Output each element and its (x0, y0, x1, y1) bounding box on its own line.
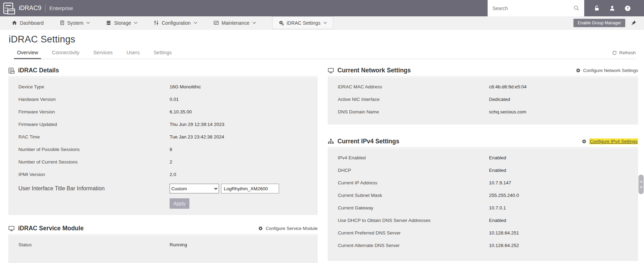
refresh-icon (612, 50, 617, 55)
brand-separator (45, 5, 46, 12)
system-icon (60, 20, 65, 25)
title-bar-mode-select[interactable]: Custom (170, 184, 219, 193)
section-title: iDRAC Service Module (18, 225, 84, 232)
row-label: IPv4 Enabled (338, 155, 489, 161)
tab-settings[interactable]: Settings (150, 50, 175, 59)
row-label: Use DHCP to Obtain DNS Server Addresses (338, 217, 489, 224)
chevron-down-icon (134, 22, 138, 24)
row-label: Firmware Version (18, 109, 170, 115)
row-value: Thu Jun 29 12:39:14 2023 (170, 121, 318, 128)
monitor-icon (8, 225, 15, 232)
row-label: Current Gateway (338, 205, 489, 211)
title-bar-custom-input[interactable] (221, 184, 279, 193)
rack-server-icon (8, 67, 15, 74)
refresh-button[interactable]: Refresh (612, 50, 636, 59)
apply-button[interactable]: Apply (170, 198, 189, 209)
section-title: Current Network Settings (337, 67, 411, 74)
tab-connectivity[interactable]: Connectivity (49, 50, 82, 59)
row-label: Number of Possible Sessions (18, 146, 170, 153)
row-value: 10.128.64.252 (489, 242, 638, 249)
section-title: Current IPv4 Settings (337, 138, 399, 145)
network-rows: iDRAC MAC Address c8:4b:d6:9d:e5:04 Acti… (328, 81, 638, 118)
scroll-widget (638, 175, 644, 194)
tab-services[interactable]: Services (90, 50, 116, 59)
nav-item-dashboard[interactable]: Dashboard (12, 16, 44, 29)
row-label: DHCP (338, 167, 489, 174)
row-value: 2 (170, 159, 318, 165)
refresh-label: Refresh (619, 50, 636, 55)
table-row: Status Running (8, 239, 318, 251)
link-label-highlighted: Configure IPv4 Settings (589, 138, 638, 144)
configure-ipv4-settings-link[interactable]: Configure IPv4 Settings (581, 138, 638, 144)
nav-item-system[interactable]: System (60, 16, 90, 29)
table-row: IPv4 Enabled Enabled (328, 152, 638, 164)
row-label: Firmware Updated (18, 121, 170, 128)
nav-label: Configuration (162, 20, 190, 26)
maintenance-icon (213, 20, 219, 25)
gear-icon (576, 68, 581, 73)
table-row: iDRAC MAC Address c8:4b:d6:9d:e5:04 (328, 81, 638, 93)
section-idrac-details: iDRAC Details Device Type 16G Monolithic… (8, 66, 318, 215)
row-value: 255.255.240.0 (489, 192, 638, 199)
configure-service-module-link[interactable]: Configure Service Module (258, 226, 318, 231)
nav-label: System (67, 20, 84, 26)
row-label: Device Type (18, 84, 170, 90)
table-row: Hardware Version 0.01 (8, 93, 318, 106)
table-row: Active NIC Interface Dedicated (328, 93, 638, 106)
table-row: Firmware Version 6.10.35.00 (8, 106, 318, 118)
masthead-icons: ? (584, 5, 644, 11)
unlock-icon[interactable] (594, 5, 600, 11)
row-value: Tue Jan 23 23:42:38 2024 (170, 134, 318, 140)
scroll-up-icon[interactable] (639, 181, 643, 183)
chevron-down-icon (252, 22, 256, 24)
scroll-down-icon[interactable] (639, 186, 643, 188)
home-icon (12, 20, 17, 25)
chevron-down-icon (86, 22, 90, 24)
configure-network-settings-link[interactable]: Configure Network Settings (576, 68, 638, 73)
tab-overview[interactable]: Overview (14, 50, 41, 59)
enable-group-manager-button[interactable]: Enable Group Manager (573, 19, 625, 27)
table-row: Number of Possible Sessions 8 (8, 143, 318, 156)
nav-label: Dashboard (20, 20, 44, 26)
nav-item-configuration[interactable]: Configuration (154, 16, 197, 29)
row-label: Current Alternate DNS Server (338, 242, 489, 249)
section-title: iDRAC Details (18, 67, 59, 74)
sitemap-icon (328, 138, 334, 145)
brand-edition: Enterprise (49, 5, 73, 11)
network-settings-panel: iDRAC MAC Address c8:4b:d6:9d:e5:04 Acti… (328, 77, 638, 125)
left-column: iDRAC Details Device Type 16G Monolithic… (8, 66, 318, 263)
help-icon[interactable]: ? (625, 5, 631, 11)
row-label: DNS Domain Name (338, 109, 489, 115)
nav-item-idrac-settings[interactable]: iDRAC Settings (272, 16, 333, 29)
table-row: DNS Domain Name schq.secious.com (328, 106, 638, 118)
chevron-down-icon (194, 22, 197, 24)
table-row: Firmware Updated Thu Jun 29 12:39:14 202… (8, 118, 318, 131)
tab-users[interactable]: Users (123, 50, 143, 59)
nav-item-maintenance[interactable]: Maintenance (213, 16, 256, 29)
row-label: Number of Current Sessions (18, 159, 170, 165)
table-row: Current Alternate DNS Server 10.128.64.2… (328, 239, 638, 252)
table-row: Current Gateway 10.7.0.1 (328, 202, 638, 214)
ipv4-rows: IPv4 Enabled Enabled DHCP Enabled Curren… (328, 152, 638, 252)
storage-icon (106, 20, 111, 25)
row-label: IPMI Version (18, 172, 170, 178)
gears-icon (278, 20, 284, 26)
row-value: Enabled (489, 217, 638, 224)
svg-text:?: ? (627, 6, 629, 10)
service-module-rows: Status Running (8, 239, 318, 251)
nav-item-storage[interactable]: Storage (106, 16, 138, 29)
pushpin-icon[interactable] (631, 20, 636, 26)
search-icon[interactable] (573, 5, 579, 11)
monitor-icon (328, 67, 334, 74)
brand-name: iDRAC9 (19, 5, 41, 12)
content-area: iDRAC Details Device Type 16G Monolithic… (8, 66, 644, 263)
row-label: Active NIC Interface (338, 96, 489, 103)
row-value: Dedicated (489, 96, 638, 103)
service-module-panel: Status Running (8, 235, 318, 263)
search-input[interactable] (492, 6, 573, 11)
gear-icon (581, 139, 587, 144)
row-value: 16G Monolithic (170, 84, 318, 90)
idrac-details-panel: Device Type 16G Monolithic Hardware Vers… (8, 77, 318, 215)
row-label: Current IP Address (338, 180, 489, 186)
user-icon[interactable] (609, 5, 615, 11)
